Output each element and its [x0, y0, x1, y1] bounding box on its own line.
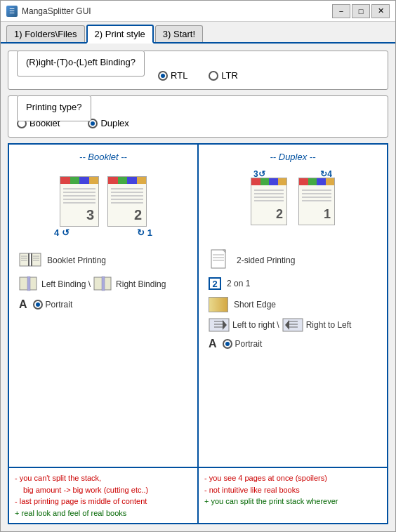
ltr-option[interactable]: LTR: [209, 70, 238, 81]
line: [63, 199, 95, 200]
svg-rect-18: [211, 250, 225, 268]
duplex-note-1: - you see 4 pages at once (spoilers): [204, 472, 381, 484]
svg-rect-15: [94, 277, 103, 290]
color-yellow: [89, 177, 99, 184]
main-content: (R)ight-(T)o-(L)eft Binding? RTL LTR Pri…: [1, 44, 395, 531]
svg-rect-17: [102, 277, 105, 291]
portrait-duplex-option[interactable]: Portrait: [223, 339, 263, 349]
ltr-label: LTR: [221, 70, 238, 81]
binding-row: Left Binding \ Right Binding: [16, 276, 190, 293]
line: [254, 189, 284, 191]
duplex-portrait-row: A Portrait: [206, 336, 380, 352]
duplex-notes: - you see 4 pages at once (spoilers) - n…: [199, 468, 387, 523]
line: [111, 195, 143, 197]
duplex-page-num-1: 1: [324, 207, 331, 222]
portrait-duplex-label: Portrait: [235, 339, 263, 349]
title-bar-left: ☰ MangaSplitter GUI: [6, 6, 91, 17]
book-page-right: 2: [107, 176, 147, 227]
lr-row: Left to right \ Right to Left: [206, 318, 380, 332]
arrow-3-curve: ↺: [258, 169, 265, 179]
booklet-title: -- Booklet --: [79, 152, 127, 162]
tab-bar: 1) Folders\Files 2) Print style 3) Start…: [1, 22, 395, 44]
color-blue: [317, 178, 326, 185]
line: [302, 189, 331, 191]
panels-top: -- Booklet --: [9, 145, 387, 467]
arrow-1: ↻ 1: [137, 227, 152, 238]
line: [63, 202, 95, 204]
line: [111, 192, 143, 193]
app-icon: ☰: [6, 6, 18, 17]
duplex-panel: -- Duplex --: [199, 145, 387, 467]
left-to-right-icon: [209, 318, 230, 332]
right-binding-label: Right Binding: [116, 279, 166, 289]
line: [254, 200, 284, 201]
portrait-booklet-option[interactable]: Portrait: [33, 300, 73, 310]
tab-folders[interactable]: 1) Folders\Files: [6, 25, 85, 42]
color-green: [70, 177, 80, 184]
rtl-option[interactable]: RTL: [158, 70, 187, 81]
printing-group: Printing type? Booklet Duplex: [8, 95, 388, 138]
duplex-page-right: 1: [298, 178, 335, 225]
duplex-page-left: 2: [251, 178, 287, 225]
line: [302, 200, 331, 201]
open-book-icon: [19, 251, 41, 270]
two-on-one-row: 2 2 on 1: [206, 276, 380, 291]
left-to-right-label: Left to right \: [232, 320, 279, 330]
duplex-note-3: + you can split the print stack wherever: [204, 496, 381, 507]
color-green: [118, 177, 128, 184]
booklet-notes: - you can't split the stack, big amount …: [9, 468, 199, 523]
color-red: [108, 177, 118, 184]
tab-print-style[interactable]: 2) Print style: [86, 25, 154, 44]
arrow-4d-num: 4: [327, 169, 332, 179]
booklet-note-1: - you can't split the stack,: [15, 472, 192, 484]
svg-rect-1: [32, 253, 41, 266]
close-button[interactable]: ✕: [371, 4, 390, 18]
booklet-illustration: 3: [54, 169, 152, 239]
minimize-button[interactable]: −: [332, 4, 350, 18]
short-edge-label: Short Edge: [234, 300, 276, 310]
line: [254, 193, 284, 194]
duplex-note-2: - not intuitive like real books: [204, 484, 381, 496]
main-panels: -- Booklet --: [8, 143, 388, 524]
binding-group: (R)ight-(T)o-(L)eft Binding? RTL LTR: [8, 51, 388, 90]
booklet-note-2: big amount -> big work (cutting etc..): [15, 484, 192, 496]
portrait-booklet-radio[interactable]: [33, 300, 43, 310]
line: [111, 202, 143, 204]
tab-start[interactable]: 3) Start!: [155, 25, 203, 42]
a-letter-duplex: A: [209, 338, 217, 350]
arrow-4-curve: ↺: [62, 227, 70, 238]
svg-rect-12: [20, 277, 28, 290]
short-edge-row: Short Edge: [206, 295, 380, 314]
left-binding-icon: [19, 276, 39, 293]
duplex-label: Duplex: [100, 118, 128, 128]
two-sided-icon: [209, 251, 231, 270]
panels-bottom: - you can't split the stack, big amount …: [9, 467, 387, 523]
duplex-illustration: 2: [244, 169, 342, 239]
portrait-duplex-radio[interactable]: [223, 339, 232, 349]
maximize-button[interactable]: □: [352, 4, 370, 18]
color-red: [251, 178, 260, 185]
arrow-3: 3↺: [253, 169, 265, 179]
booklet-print-icon: [19, 251, 41, 270]
right-binding-icon: [93, 276, 113, 293]
color-blue: [127, 177, 137, 184]
color-red: [299, 178, 308, 185]
arrow-1-num: 1: [147, 227, 152, 238]
booklet-printing-label: Booklet Printing: [47, 255, 106, 265]
duplex-color-bar-right: [299, 178, 334, 185]
line: [111, 188, 143, 189]
rtl-label: RTL: [171, 70, 187, 81]
ltr-radio[interactable]: [209, 71, 218, 81]
color-red: [60, 177, 70, 184]
arrow-4d-curve: ↻: [320, 169, 327, 179]
color-bar-right: [108, 177, 146, 184]
two-on-one-label: 2 on 1: [227, 279, 250, 288]
arrow-4-num: 4: [54, 227, 59, 238]
line: [302, 197, 331, 198]
doc-icon: [210, 249, 230, 272]
rtl-radio[interactable]: [158, 71, 168, 81]
color-yellow: [326, 178, 335, 185]
page-num-3: 3: [86, 207, 94, 223]
page-lines-left: [60, 184, 98, 208]
duplex-option[interactable]: Duplex: [88, 118, 128, 128]
